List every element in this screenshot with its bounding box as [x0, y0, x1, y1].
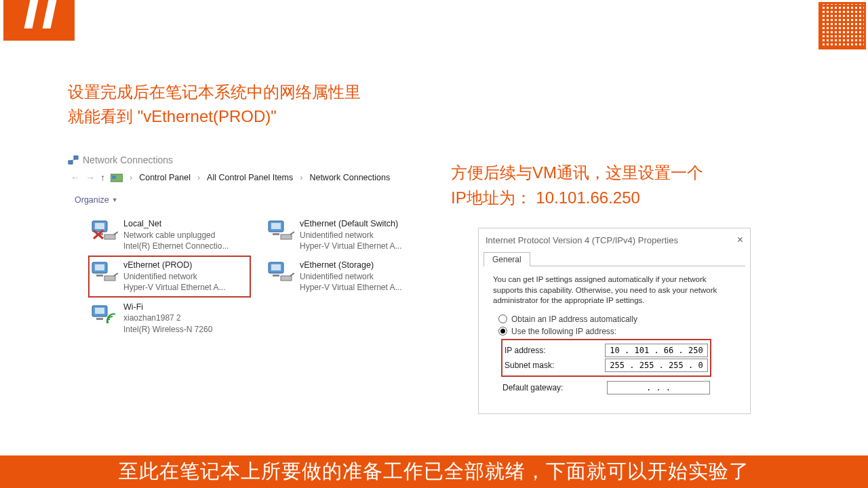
svg-rect-4 [112, 176, 116, 179]
adapter-status: Unidentified network [123, 271, 226, 282]
svg-line-16 [290, 232, 294, 235]
adapter-icon [91, 218, 118, 243]
svg-rect-20 [104, 276, 115, 281]
window-title-row: Network Connections [68, 155, 448, 165]
svg-rect-15 [281, 235, 292, 239]
adapter-text: Wi-Fixiaozhan1987 2Intel(R) Wireless-N 7… [123, 302, 212, 335]
headline-left: 设置完成后在笔记本系统中的网络属性里 就能看到 "vEthernet(PROD)… [68, 80, 361, 129]
ip-address-input[interactable]: 10 . 101 . 66 . 250 [605, 344, 708, 357]
adapter-item[interactable]: vEthernet (Default Switch)Unidentified n… [264, 214, 427, 256]
svg-rect-25 [281, 276, 292, 281]
ipv4-titlebar: Internet Protocol Version 4 (TCP/IPv4) P… [479, 228, 750, 251]
adapter-status: Unidentified network [300, 271, 402, 282]
adapter-icon [267, 260, 294, 284]
tab-general[interactable]: General [484, 252, 530, 266]
ip-fields-highlight: IP address: 10 . 101 . 66 . 250 Subnet m… [501, 339, 711, 377]
adapter-status: Unidentified network [300, 230, 402, 241]
network-connections-window: Network Connections ← → ↑ › Control Pane… [68, 155, 448, 339]
adapter-icon [91, 302, 118, 326]
ipv4-properties-window: Internet Protocol Version 4 (TCP/IPv4) P… [478, 228, 751, 414]
chevron-icon: › [300, 173, 302, 182]
adapter-text: Local_NetNetwork cable unpluggedIntel(R)… [123, 218, 229, 251]
default-gateway-row: Default gateway: . . . [502, 381, 710, 394]
breadcrumb-item[interactable]: Control Panel [139, 173, 191, 182]
svg-rect-23 [271, 264, 281, 270]
svg-line-21 [114, 273, 118, 276]
svg-rect-30 [106, 321, 108, 323]
subnet-mask-label: Subnet mask: [505, 361, 598, 370]
adapter-device: Hyper-V Virtual Ethernet A... [123, 282, 226, 293]
window-title-text: Network Connections [83, 155, 173, 165]
ip-address-label: IP address: [505, 346, 598, 355]
breadcrumb-item[interactable]: All Control Panel Items [207, 173, 293, 182]
headline-left-line1: 设置完成后在笔记本系统中的网络属性里 [68, 83, 361, 101]
adapter-name: Local_Net [123, 218, 229, 230]
adapter-status: Network cable unplugged [123, 230, 229, 241]
adapter-item[interactable]: Local_NetNetwork cable unpluggedIntel(R)… [88, 214, 251, 256]
radio-manual-row[interactable]: Use the following IP address: [498, 327, 736, 336]
adapter-name: Wi-Fi [123, 302, 212, 313]
svg-rect-19 [96, 274, 103, 277]
svg-rect-0 [68, 161, 73, 164]
ipv4-title-text: Internet Protocol Version 4 (TCP/IPv4) P… [486, 235, 678, 245]
svg-line-9 [114, 232, 118, 235]
adapter-item[interactable]: Wi-Fixiaozhan1987 2Intel(R) Wireless-N 7… [88, 298, 251, 339]
radio-manual-label: Use the following IP address: [511, 327, 616, 336]
adapter-name: vEthernet (PROD) [123, 260, 226, 271]
headline-right: 方便后续与VM通讯，这里设置一个 IP地址为： 10.101.66.250 [451, 160, 703, 210]
radio-auto-label: Obtain an IP address automatically [511, 314, 637, 324]
headline-left-line2: 就能看到 "vEthernet(PROD)" [68, 107, 277, 125]
ipv4-body: You can get IP settings assigned automat… [484, 266, 745, 407]
adapter-device: Hyper-V Virtual Ethernet A... [300, 282, 402, 293]
qr-code [818, 2, 866, 49]
adapter-device: Intel(R) Wireless-N 7260 [123, 324, 212, 335]
adapter-item[interactable]: vEthernet (PROD)Unidentified networkHype… [88, 256, 251, 297]
ipv4-tabs: General [484, 251, 745, 266]
adapter-item[interactable]: vEthernet (Storage)Unidentified networkH… [264, 256, 427, 297]
subnet-mask-row: Subnet mask: 255 . 255 . 255 . 0 [505, 359, 708, 372]
forward-arrow-icon[interactable]: → [85, 172, 95, 183]
chevron-icon: › [197, 173, 200, 182]
headline-right-line1: 方便后续与VM通讯，这里设置一个 [451, 163, 703, 182]
close-icon[interactable]: × [737, 234, 743, 246]
svg-rect-6 [95, 223, 104, 229]
adapter-device: Intel(R) Ethernet Connectio... [123, 241, 229, 251]
up-arrow-icon[interactable]: ↑ [100, 172, 105, 183]
radio-auto-row[interactable]: Obtain an IP address automatically [498, 314, 736, 324]
adapter-name: vEthernet (Storage) [300, 260, 402, 271]
organize-label: Organize [75, 195, 109, 205]
svg-line-26 [290, 273, 294, 276]
adapter-device: Hyper-V Virtual Ethernet A... [300, 241, 402, 251]
adapter-icon [91, 260, 118, 284]
adapter-text: vEthernet (Storage)Unidentified networkH… [300, 260, 402, 293]
adapter-status: xiaozhan1987 2 [123, 312, 212, 323]
svg-rect-18 [95, 264, 104, 270]
adapter-icon [267, 218, 294, 243]
chevron-down-icon: ▼ [112, 197, 118, 203]
subnet-mask-input[interactable]: 255 . 255 . 255 . 0 [605, 359, 708, 372]
chevron-icon: › [130, 173, 132, 182]
adapter-text: vEthernet (Default Switch)Unidentified n… [300, 218, 402, 251]
back-arrow-icon[interactable]: ← [71, 172, 80, 183]
breadcrumb-row: ← → ↑ › Control Panel › All Control Pane… [71, 172, 448, 183]
ip-address-row: IP address: 10 . 101 . 66 . 250 [505, 344, 708, 357]
adapter-list: Local_NetNetwork cable unpluggedIntel(R)… [88, 214, 441, 339]
svg-rect-8 [104, 235, 115, 239]
svg-rect-13 [271, 223, 281, 229]
breadcrumb-item[interactable]: Network Connections [309, 173, 390, 182]
adapter-name: vEthernet (Default Switch) [300, 218, 402, 230]
ipv4-description: You can get IP settings assigned automat… [493, 274, 736, 306]
svg-rect-1 [74, 156, 78, 159]
adapter-text: vEthernet (PROD)Unidentified networkHype… [123, 260, 226, 293]
svg-rect-14 [273, 233, 279, 235]
headline-right-line2: IP地址为： 10.101.66.250 [451, 188, 640, 207]
default-gateway-input[interactable]: . . . [607, 381, 710, 394]
svg-line-2 [71, 159, 76, 161]
brand-logo [3, 0, 75, 41]
organize-button[interactable]: Organize ▼ [71, 192, 448, 207]
folder-icon [111, 172, 123, 183]
radio-icon [498, 314, 507, 323]
svg-rect-24 [273, 274, 279, 277]
svg-rect-29 [96, 318, 103, 320]
network-icon [68, 155, 79, 165]
